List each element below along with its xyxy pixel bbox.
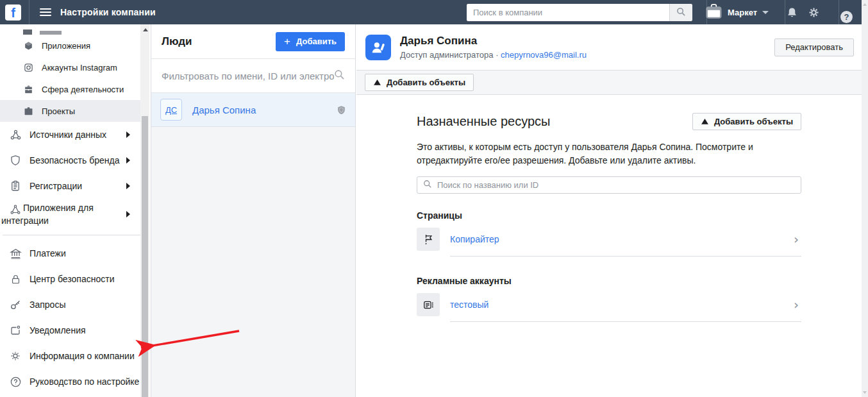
panel-title: Люди [162, 35, 192, 48]
expand-arrow-icon [126, 131, 130, 138]
sidebar-item-notifications[interactable]: Уведомления [0, 317, 140, 343]
instagram-icon [23, 63, 33, 72]
notifications-bell-icon[interactable] [786, 0, 798, 24]
network-icon [8, 129, 22, 141]
notification-icon [8, 325, 22, 336]
scroll-up-icon[interactable] [143, 28, 148, 31]
clipboard-icon [8, 180, 22, 192]
assets-triangle-icon [701, 117, 709, 126]
divider [785, 0, 785, 24]
main-pane: Дарья Сопина Доступ администратора · che… [356, 24, 868, 397]
shield-icon [8, 155, 22, 166]
divider [450, 321, 801, 322]
ad-account-icon [417, 293, 440, 316]
scrollbar-thumb[interactable] [142, 116, 148, 397]
chevron-right-icon: › [794, 298, 801, 311]
divider [839, 0, 839, 24]
add-assets-button[interactable]: Добавить объекты [692, 113, 801, 130]
business-switcher[interactable]: Маркет [705, 0, 769, 24]
sidebar-item-instagram-accounts[interactable]: Аккаунты Instagram [0, 56, 140, 78]
sidebar-item-label: Центр безопасности [29, 274, 114, 284]
key-icon [8, 299, 22, 311]
person-email-link[interactable]: chepyrnova96@mail.ru [501, 50, 587, 60]
sidebar-item-label: Источники данных [29, 130, 106, 140]
chevron-right-icon: › [794, 233, 801, 246]
sidebar-item-apps[interactable]: Приложения [0, 35, 140, 56]
sidebar-scrollbar[interactable] [140, 24, 149, 397]
people-filter-input[interactable] [162, 71, 334, 81]
sidebar-item-business-line[interactable]: Сфера деятельности [0, 78, 140, 100]
sidebar-partial-item[interactable] [0, 24, 151, 35]
expand-arrow-icon [126, 183, 130, 189]
people-panel: Люди + Добавить ДС Дарья Сопина [151, 24, 356, 397]
page-scrollbar[interactable] [862, 0, 868, 397]
sidebar-item-label: Приложения [42, 41, 90, 51]
edit-button[interactable]: Редактировать [774, 38, 854, 56]
cube-icon [23, 41, 33, 51]
page-title: Настройки компании [60, 7, 156, 17]
dot-separator: · [496, 50, 498, 60]
clipped-label [40, 31, 62, 35]
sidebar-item-integrations[interactable]: Приложения для интеграции [0, 199, 140, 230]
admin-shield-icon [337, 105, 346, 115]
person-name-heading: Дарья Сопина [400, 35, 587, 47]
pages-section-title: Страницы [417, 210, 801, 221]
question-icon [8, 376, 22, 388]
sidebar-item-label: Информация о компании [29, 351, 135, 361]
sidebar-item-label: Аккаунты Instagram [42, 63, 117, 72]
assets-triangle-icon [373, 78, 381, 87]
sidebar-item-brand-safety[interactable]: Безопасность бренда [0, 148, 140, 173]
divider [29, 0, 29, 24]
add-assets-toolbar-button[interactable]: Добавить объекты [365, 74, 474, 91]
add-person-button[interactable]: + Добавить [276, 32, 345, 51]
company-search-input[interactable] [467, 4, 669, 21]
expand-arrow-icon [126, 157, 130, 164]
search-icon [676, 7, 686, 19]
assigned-assets-title: Назначенные ресурсы [417, 114, 550, 129]
projects-icon [23, 106, 33, 116]
asset-name-link[interactable]: тестовый [450, 300, 488, 310]
flag-icon [417, 228, 440, 251]
help-icon[interactable]: ? [840, 11, 853, 23]
people-list-empty-area [151, 127, 355, 397]
briefcase-icon [23, 85, 33, 94]
search-button[interactable] [669, 4, 692, 21]
access-level-label: Доступ администратора [400, 50, 494, 60]
search-icon [334, 69, 345, 82]
sidebar-item-label: Регистрации [29, 181, 82, 191]
integration-icon [8, 204, 22, 215]
facebook-logo-icon[interactable]: f [5, 4, 21, 21]
sidebar-item-label: Безопасность бренда [29, 155, 119, 165]
search-icon [423, 180, 432, 190]
sidebar-item-data-sources[interactable]: Источники данных [0, 122, 140, 148]
briefcase-icon [705, 4, 722, 21]
sidebar-item-label: Проекты [42, 106, 75, 116]
hamburger-menu-icon[interactable] [40, 6, 51, 18]
sidebar-item-payments[interactable]: Платежи [0, 241, 140, 266]
ad-accounts-section-title: Рекламные аккаунты [417, 276, 801, 286]
asset-row-ad-account[interactable]: тестовый › [417, 293, 801, 316]
sidebar-item-business-info[interactable]: Информация о компании [0, 343, 140, 369]
assets-description: Это активы, к которым есть доступ у поль… [417, 140, 774, 167]
sidebar-item-label: Запросы [29, 300, 65, 310]
sidebar-item-registrations[interactable]: Регистрации [0, 173, 140, 199]
person-list-item[interactable]: ДС Дарья Сопина [151, 93, 355, 127]
expand-arrow-icon [126, 211, 130, 217]
person-avatar [365, 35, 391, 60]
scroll-down-icon[interactable] [863, 391, 867, 394]
sidebar-item-requests[interactable]: Запросы [0, 292, 140, 317]
sidebar-nav: Приложения Аккаунты Instagram Сфера деят… [0, 24, 151, 397]
company-search [467, 4, 692, 21]
sidebar-item-setup-guide[interactable]: Руководство по настройке [0, 369, 140, 394]
asset-name-link[interactable]: Копирайтер [450, 234, 499, 244]
sidebar-item-security-center[interactable]: Центр безопасности [0, 266, 140, 292]
asset-search [417, 176, 801, 194]
sidebar-item-label: Сфера деятельности [42, 85, 124, 94]
sidebar-item-projects[interactable]: Проекты [0, 100, 140, 122]
asset-search-input[interactable] [437, 180, 795, 190]
person-name: Дарья Сопина [192, 105, 256, 115]
bank-icon [8, 248, 22, 260]
asset-row-page[interactable]: Копирайтер › [417, 228, 801, 251]
settings-gear-icon[interactable] [808, 0, 820, 24]
scroll-up-icon[interactable] [863, 3, 867, 6]
